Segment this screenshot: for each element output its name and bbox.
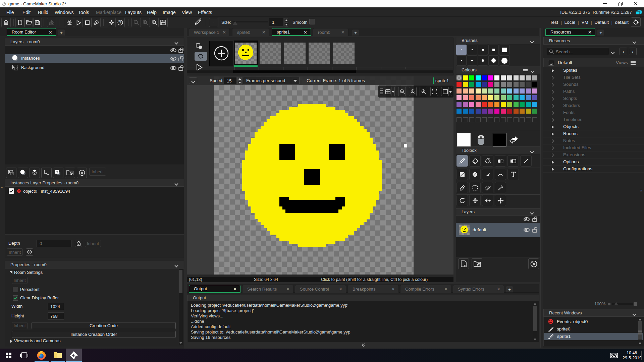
svg-text:?: ? (119, 21, 121, 24)
